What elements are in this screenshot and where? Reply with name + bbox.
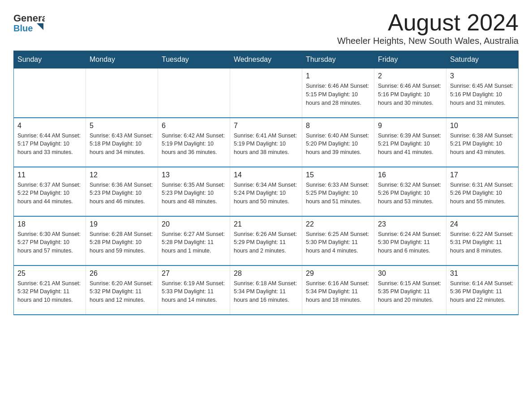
table-row: 27Sunrise: 6:19 AM Sunset: 5:33 PM Dayli… xyxy=(158,265,230,315)
day-info: Sunrise: 6:40 AM Sunset: 5:20 PM Dayligh… xyxy=(306,132,370,157)
table-row xyxy=(158,68,230,118)
svg-text:General: General xyxy=(13,13,45,24)
day-number: 2 xyxy=(378,72,442,80)
table-row: 25Sunrise: 6:21 AM Sunset: 5:32 PM Dayli… xyxy=(14,265,86,315)
calendar-header-row: Sunday Monday Tuesday Wednesday Thursday… xyxy=(14,51,519,68)
day-info: Sunrise: 6:16 AM Sunset: 5:34 PM Dayligh… xyxy=(306,279,370,304)
col-tuesday: Tuesday xyxy=(158,51,230,68)
day-info: Sunrise: 6:30 AM Sunset: 5:27 PM Dayligh… xyxy=(17,230,82,255)
location-subtitle: Wheeler Heights, New South Wales, Austra… xyxy=(337,36,519,46)
day-info: Sunrise: 6:41 AM Sunset: 5:19 PM Dayligh… xyxy=(234,132,298,157)
table-row: 1Sunrise: 6:46 AM Sunset: 5:15 PM Daylig… xyxy=(302,68,374,118)
table-row: 30Sunrise: 6:15 AM Sunset: 5:35 PM Dayli… xyxy=(374,265,446,315)
table-row: 4Sunrise: 6:44 AM Sunset: 5:17 PM Daylig… xyxy=(14,118,86,167)
table-row: 24Sunrise: 6:22 AM Sunset: 5:31 PM Dayli… xyxy=(446,216,519,265)
day-number: 20 xyxy=(162,220,226,228)
table-row: 13Sunrise: 6:35 AM Sunset: 5:23 PM Dayli… xyxy=(158,167,230,216)
day-info: Sunrise: 6:21 AM Sunset: 5:32 PM Dayligh… xyxy=(17,279,82,304)
calendar-week-row: 11Sunrise: 6:37 AM Sunset: 5:22 PM Dayli… xyxy=(14,167,519,216)
day-info: Sunrise: 6:24 AM Sunset: 5:30 PM Dayligh… xyxy=(378,230,442,255)
day-info: Sunrise: 6:27 AM Sunset: 5:28 PM Dayligh… xyxy=(162,230,226,255)
day-number: 1 xyxy=(306,72,370,80)
day-info: Sunrise: 6:19 AM Sunset: 5:33 PM Dayligh… xyxy=(162,279,226,304)
table-row xyxy=(86,68,158,118)
table-row: 22Sunrise: 6:25 AM Sunset: 5:30 PM Dayli… xyxy=(302,216,374,265)
table-row: 10Sunrise: 6:38 AM Sunset: 5:21 PM Dayli… xyxy=(446,118,519,167)
day-number: 4 xyxy=(17,122,82,130)
svg-marker-1 xyxy=(37,23,43,30)
day-info: Sunrise: 6:43 AM Sunset: 5:18 PM Dayligh… xyxy=(90,132,154,157)
table-row: 12Sunrise: 6:36 AM Sunset: 5:23 PM Dayli… xyxy=(86,167,158,216)
day-number: 18 xyxy=(17,220,82,228)
day-number: 31 xyxy=(450,270,515,278)
table-row: 26Sunrise: 6:20 AM Sunset: 5:32 PM Dayli… xyxy=(86,265,158,315)
header: General Blue August 2024 Wheeler Heights… xyxy=(13,9,519,46)
month-title: August 2024 xyxy=(337,9,519,36)
day-number: 23 xyxy=(378,220,442,228)
table-row: 20Sunrise: 6:27 AM Sunset: 5:28 PM Dayli… xyxy=(158,216,230,265)
day-number: 9 xyxy=(378,122,442,130)
day-number: 12 xyxy=(90,171,154,179)
day-info: Sunrise: 6:25 AM Sunset: 5:30 PM Dayligh… xyxy=(306,230,370,255)
table-row: 9Sunrise: 6:39 AM Sunset: 5:21 PM Daylig… xyxy=(374,118,446,167)
table-row: 2Sunrise: 6:46 AM Sunset: 5:16 PM Daylig… xyxy=(374,68,446,118)
day-number: 5 xyxy=(90,122,154,130)
day-info: Sunrise: 6:28 AM Sunset: 5:28 PM Dayligh… xyxy=(90,230,154,255)
day-info: Sunrise: 6:15 AM Sunset: 5:35 PM Dayligh… xyxy=(378,279,442,304)
calendar-week-row: 1Sunrise: 6:46 AM Sunset: 5:15 PM Daylig… xyxy=(14,68,519,118)
day-info: Sunrise: 6:42 AM Sunset: 5:19 PM Dayligh… xyxy=(162,132,226,157)
title-area: August 2024 Wheeler Heights, New South W… xyxy=(337,9,519,46)
logo: General Blue xyxy=(13,9,45,37)
table-row: 11Sunrise: 6:37 AM Sunset: 5:22 PM Dayli… xyxy=(14,167,86,216)
logo-general-text: General Blue xyxy=(13,9,45,37)
day-info: Sunrise: 6:31 AM Sunset: 5:26 PM Dayligh… xyxy=(450,181,515,206)
table-row: 29Sunrise: 6:16 AM Sunset: 5:34 PM Dayli… xyxy=(302,265,374,315)
day-info: Sunrise: 6:44 AM Sunset: 5:17 PM Dayligh… xyxy=(17,132,82,157)
day-info: Sunrise: 6:37 AM Sunset: 5:22 PM Dayligh… xyxy=(17,181,82,206)
day-number: 16 xyxy=(378,171,442,179)
table-row: 6Sunrise: 6:42 AM Sunset: 5:19 PM Daylig… xyxy=(158,118,230,167)
day-number: 29 xyxy=(306,270,370,278)
day-number: 6 xyxy=(162,122,226,130)
day-info: Sunrise: 6:38 AM Sunset: 5:21 PM Dayligh… xyxy=(450,132,515,157)
table-row: 3Sunrise: 6:45 AM Sunset: 5:16 PM Daylig… xyxy=(446,68,519,118)
day-info: Sunrise: 6:46 AM Sunset: 5:15 PM Dayligh… xyxy=(306,82,370,107)
table-row: 31Sunrise: 6:14 AM Sunset: 5:36 PM Dayli… xyxy=(446,265,519,315)
day-info: Sunrise: 6:34 AM Sunset: 5:24 PM Dayligh… xyxy=(234,181,298,206)
day-number: 3 xyxy=(450,72,515,80)
day-number: 19 xyxy=(90,220,154,228)
day-info: Sunrise: 6:36 AM Sunset: 5:23 PM Dayligh… xyxy=(90,181,154,206)
calendar-week-row: 18Sunrise: 6:30 AM Sunset: 5:27 PM Dayli… xyxy=(14,216,519,265)
col-saturday: Saturday xyxy=(446,51,519,68)
table-row: 19Sunrise: 6:28 AM Sunset: 5:28 PM Dayli… xyxy=(86,216,158,265)
col-wednesday: Wednesday xyxy=(230,51,302,68)
table-row: 14Sunrise: 6:34 AM Sunset: 5:24 PM Dayli… xyxy=(230,167,302,216)
table-row xyxy=(230,68,302,118)
day-info: Sunrise: 6:14 AM Sunset: 5:36 PM Dayligh… xyxy=(450,279,515,304)
col-monday: Monday xyxy=(86,51,158,68)
day-number: 27 xyxy=(162,270,226,278)
day-number: 22 xyxy=(306,220,370,228)
day-info: Sunrise: 6:46 AM Sunset: 5:16 PM Dayligh… xyxy=(378,82,442,107)
table-row: 16Sunrise: 6:32 AM Sunset: 5:26 PM Dayli… xyxy=(374,167,446,216)
day-number: 14 xyxy=(234,171,298,179)
table-row: 15Sunrise: 6:33 AM Sunset: 5:25 PM Dayli… xyxy=(302,167,374,216)
table-row: 21Sunrise: 6:26 AM Sunset: 5:29 PM Dayli… xyxy=(230,216,302,265)
day-info: Sunrise: 6:20 AM Sunset: 5:32 PM Dayligh… xyxy=(90,279,154,304)
day-number: 17 xyxy=(450,171,515,179)
day-number: 10 xyxy=(450,122,515,130)
table-row: 28Sunrise: 6:18 AM Sunset: 5:34 PM Dayli… xyxy=(230,265,302,315)
day-number: 15 xyxy=(306,171,370,179)
table-row: 17Sunrise: 6:31 AM Sunset: 5:26 PM Dayli… xyxy=(446,167,519,216)
svg-text:Blue: Blue xyxy=(13,23,33,33)
table-row: 18Sunrise: 6:30 AM Sunset: 5:27 PM Dayli… xyxy=(14,216,86,265)
day-number: 30 xyxy=(378,270,442,278)
day-number: 28 xyxy=(234,270,298,278)
logo-icon: General Blue xyxy=(13,9,45,34)
day-info: Sunrise: 6:45 AM Sunset: 5:16 PM Dayligh… xyxy=(450,82,515,107)
day-info: Sunrise: 6:33 AM Sunset: 5:25 PM Dayligh… xyxy=(306,181,370,206)
day-info: Sunrise: 6:22 AM Sunset: 5:31 PM Dayligh… xyxy=(450,230,515,255)
calendar-week-row: 25Sunrise: 6:21 AM Sunset: 5:32 PM Dayli… xyxy=(14,265,519,315)
calendar-table: Sunday Monday Tuesday Wednesday Thursday… xyxy=(13,51,519,315)
table-row: 5Sunrise: 6:43 AM Sunset: 5:18 PM Daylig… xyxy=(86,118,158,167)
